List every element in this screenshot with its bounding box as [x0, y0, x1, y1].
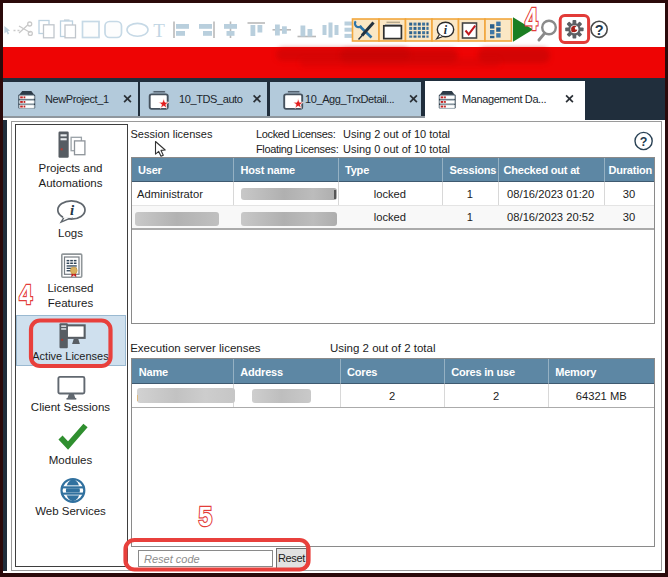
svg-text:4: 4	[19, 279, 33, 309]
svg-text:5: 5	[198, 500, 212, 532]
svg-text:4: 4	[525, 1, 538, 37]
